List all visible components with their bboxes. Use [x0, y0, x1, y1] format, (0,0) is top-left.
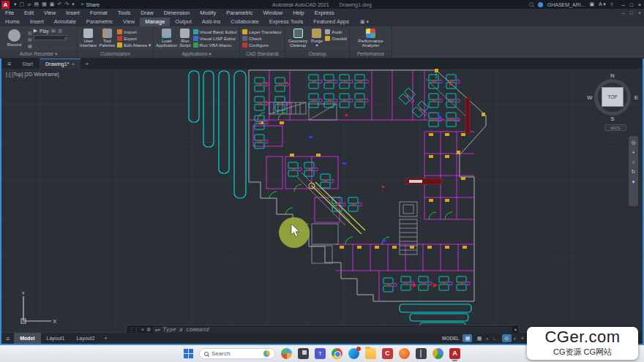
teams-icon[interactable]: T — [315, 348, 326, 359]
model-space-label[interactable]: MODEL — [442, 336, 459, 341]
ortho-toggle-icon[interactable]: ∟ — [490, 334, 500, 342]
menu-item[interactable]: Draw — [135, 9, 159, 18]
viewcube-top-face[interactable]: TOP — [602, 87, 624, 107]
command-history-caret-icon[interactable]: ▾ — [514, 327, 517, 332]
menu-item[interactable]: Modify — [195, 9, 221, 18]
import-button[interactable]: Import — [117, 29, 151, 34]
record-button[interactable]: Record — [2, 28, 26, 47]
command-grip-icon[interactable]: ⋮⋮ — [129, 327, 139, 333]
visual-basic-editor-button[interactable]: Visual Basic Editor — [193, 29, 237, 34]
tab-model[interactable]: Model — [14, 333, 40, 344]
polar-caret-icon[interactable]: ▾ — [514, 336, 516, 341]
menu-item[interactable]: File — [0, 9, 19, 18]
viewport-visualstyle-control[interactable]: [2D Wireframe] — [24, 72, 59, 77]
snap-toggle-icon[interactable]: ▦ — [474, 334, 484, 342]
menu-item[interactable]: Insert — [61, 9, 85, 18]
doc-close-button[interactable]: × — [638, 9, 641, 18]
viewcube-east[interactable]: E — [634, 94, 638, 101]
tool-palettes-button[interactable]: Tool Palettes — [99, 28, 116, 48]
message-icon[interactable]: ▥ — [28, 30, 32, 35]
user-interface-button[interactable]: User Interface — [80, 28, 97, 48]
ribbon-tab[interactable]: View — [118, 18, 140, 26]
orbit-icon[interactable]: ↻ — [632, 169, 636, 175]
snap-caret-icon[interactable]: ▾ — [486, 336, 488, 341]
tab-layout2[interactable]: Layout2 — [70, 333, 100, 344]
viewport-view-control[interactable]: [Top] — [12, 72, 23, 77]
menu-item[interactable]: Tools — [113, 9, 136, 18]
drawing-canvas[interactable]: [-] [Top] [2D Wireframe] — [1, 69, 643, 333]
geometry-cleanup-button[interactable]: Geometry Cleanup — [288, 28, 308, 48]
menu-item[interactable]: Edit — [19, 9, 39, 18]
ribbon-tab[interactable]: Annotate — [49, 18, 81, 26]
configure-button[interactable]: Configure — [242, 42, 282, 48]
performance-analyzer-button[interactable]: Performance Analyzer — [353, 28, 389, 48]
overkill-button[interactable]: Overkill — [325, 36, 347, 41]
ribbon-tab[interactable]: Add-ins — [197, 18, 225, 26]
file-explorer-icon[interactable] — [365, 348, 376, 359]
viewcube-west[interactable]: W — [587, 94, 593, 101]
ribbon-tab[interactable]: Parametric — [81, 18, 118, 26]
play-button[interactable]: ▶ Play ▤ ▥ — [34, 28, 67, 34]
new-drawing-tab-button[interactable]: + — [81, 59, 92, 69]
tab-layout1[interactable]: Layout1 — [41, 333, 71, 344]
viewport-minus-control[interactable]: [-] — [6, 72, 10, 77]
polar-tracking-icon[interactable]: ⊙ — [502, 334, 512, 342]
ribbon-options-icon[interactable]: ▣ ▾ — [360, 18, 369, 26]
autocad-taskbar-icon[interactable]: A — [449, 348, 460, 359]
app-colorful-icon[interactable] — [433, 348, 443, 359]
doc-minimize-button[interactable]: – — [622, 9, 625, 18]
tab-drawing1[interactable]: Drawing1*× — [40, 59, 80, 69]
ribbon-tab[interactable]: Featured Apps — [308, 18, 354, 26]
viewcube-south[interactable]: S — [610, 116, 614, 122]
insert-basepoint-icon[interactable]: ▤ — [28, 37, 32, 42]
run-vba-macro-button[interactable]: Run VBA Macro — [193, 42, 237, 48]
layout-menu-icon[interactable]: ≡ — [1, 333, 14, 344]
ribbon-tab[interactable]: Output — [170, 18, 197, 26]
ribbon-tab[interactable]: Manage — [140, 18, 170, 26]
layer-translator-button[interactable]: Layer Translator — [242, 29, 282, 34]
audit-button[interactable]: Audit — [325, 29, 347, 34]
ribbon-tab[interactable]: Express Tools — [264, 18, 309, 26]
panel-label[interactable]: Action Recorder ▾ — [0, 50, 77, 58]
pause-icon[interactable]: ▦ — [28, 43, 32, 48]
load-application-button[interactable]: Load Application — [156, 28, 177, 48]
zoom-icon[interactable]: ○ — [632, 159, 634, 165]
app-c-icon[interactable]: C — [382, 348, 393, 359]
app-orange-icon[interactable] — [399, 348, 410, 359]
menu-item[interactable]: Express — [310, 9, 340, 18]
purge-button[interactable]: Purge ▾ — [310, 28, 323, 48]
command-customize-icon[interactable]: ⚙ — [146, 327, 151, 333]
doc-restore-button[interactable]: □ — [630, 9, 633, 18]
edge-icon[interactable] — [348, 348, 359, 359]
widgets-icon[interactable] — [281, 348, 292, 359]
viewcube-north[interactable]: N — [610, 72, 615, 79]
navigation-bar[interactable]: ◎ + ○ ↻ ▾ — [629, 136, 638, 206]
command-close-icon[interactable]: × — [141, 327, 144, 332]
close-tab-icon[interactable]: × — [72, 61, 75, 67]
osnap-toggle-icon[interactable]: + — [517, 334, 527, 342]
navbar-caret-icon[interactable]: ▾ — [632, 179, 635, 185]
edit-aliases-button[interactable]: Edit Aliases ▾ — [117, 42, 151, 48]
chrome-icon[interactable] — [332, 348, 342, 359]
menu-item[interactable]: View — [39, 9, 61, 18]
ribbon-tab[interactable]: Home — [0, 18, 25, 26]
tab-start[interactable]: Start — [16, 59, 39, 69]
run-script-button[interactable]: Run Script — [179, 28, 191, 48]
pan-icon[interactable]: + — [632, 150, 634, 155]
menu-item[interactable]: Parametric — [221, 9, 258, 18]
new-layout-button[interactable]: + — [100, 333, 111, 343]
menu-item[interactable]: Format — [85, 9, 113, 18]
viewcube[interactable]: N S W E TOP — [590, 75, 635, 120]
grid-toggle-icon[interactable]: ▦ — [463, 334, 472, 342]
file-tab-menu-icon[interactable]: ≡ — [3, 59, 15, 69]
ribbon-tab[interactable]: Insert — [25, 18, 49, 26]
menu-item[interactable]: Dimension — [159, 9, 195, 18]
command-input[interactable]: ▸▾ Type a command — [153, 326, 512, 333]
check-button[interactable]: Check — [242, 36, 282, 41]
app-book-icon[interactable] — [416, 348, 427, 359]
task-view-icon[interactable] — [298, 348, 309, 359]
action-macro-dropdown[interactable]: ▾ — [34, 35, 67, 40]
wcs-dropdown[interactable]: WCS — [604, 124, 626, 131]
start-button[interactable] — [184, 349, 193, 358]
search-icon[interactable] — [529, 2, 533, 7]
